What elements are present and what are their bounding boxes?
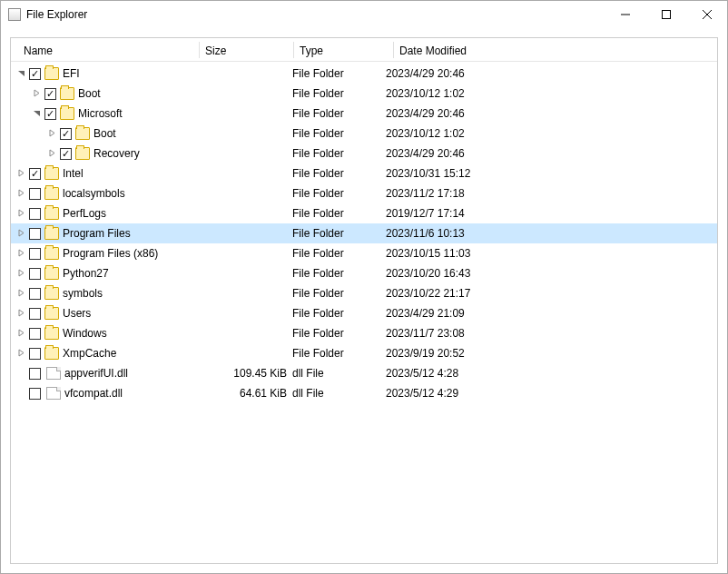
folder-icon (44, 307, 59, 320)
chevron-right-icon[interactable] (15, 249, 27, 259)
column-separator[interactable] (293, 42, 294, 58)
table-row[interactable]: WindowsFile Folder2023/11/7 23:08 (11, 323, 717, 343)
item-name: XmpCache (63, 347, 116, 360)
table-row[interactable]: MicrosoftFile Folder2023/4/29 20:46 (11, 104, 717, 124)
row-checkbox[interactable] (29, 248, 41, 260)
table-row[interactable]: Program Files (x86)File Folder2023/10/15… (11, 243, 717, 263)
table-row[interactable]: Python27File Folder2023/10/20 16:43 (11, 263, 717, 283)
row-checkbox[interactable] (44, 108, 56, 120)
folder-icon (44, 327, 59, 340)
maximize-button[interactable] (645, 1, 686, 28)
chevron-right-icon[interactable] (30, 89, 43, 99)
folder-icon (75, 147, 90, 160)
chevron-down-icon[interactable] (15, 69, 27, 79)
table-row[interactable]: appverifUI.dll109.45 KiBdll File2023/5/1… (11, 363, 717, 383)
chevron-right-icon[interactable] (15, 329, 27, 339)
row-checkbox[interactable] (29, 368, 41, 380)
close-button[interactable] (686, 1, 727, 28)
row-checkbox[interactable] (29, 68, 41, 80)
chevron-right-icon[interactable] (15, 269, 27, 279)
item-date: 2023/10/31 15:12 (386, 167, 717, 180)
column-header-size[interactable]: Size (205, 42, 293, 57)
name-cell: EFI (11, 64, 204, 84)
item-type: File Folder (292, 327, 386, 340)
item-name: Boot (78, 87, 101, 100)
folder-icon (75, 127, 90, 140)
chevron-right-icon[interactable] (15, 309, 27, 319)
column-separator[interactable] (393, 42, 394, 58)
chevron-down-icon[interactable] (30, 109, 43, 119)
item-name: localsymbols (63, 187, 125, 200)
chevron-right-icon[interactable] (15, 349, 27, 359)
name-cell: Boot (11, 124, 204, 144)
folder-icon (44, 347, 59, 360)
chevron-right-icon[interactable] (15, 209, 27, 219)
item-date: 2023/4/29 21:09 (386, 307, 717, 320)
row-checkbox[interactable] (29, 348, 41, 360)
item-name: Program Files (x86) (63, 247, 158, 260)
name-cell: Boot (11, 84, 204, 104)
folder-icon (44, 287, 59, 300)
chevron-right-icon[interactable] (15, 169, 27, 179)
minimize-icon (621, 10, 630, 19)
table-row[interactable]: symbolsFile Folder2023/10/22 21:17 (11, 283, 717, 303)
item-type: File Folder (292, 227, 386, 240)
row-checkbox[interactable] (29, 268, 41, 280)
row-checkbox[interactable] (60, 128, 72, 140)
item-type: File Folder (292, 127, 386, 140)
row-checkbox[interactable] (29, 288, 41, 300)
chevron-right-icon[interactable] (15, 189, 27, 199)
row-checkbox[interactable] (29, 208, 41, 220)
table-row[interactable]: Program FilesFile Folder2023/11/6 10:13 (11, 223, 717, 243)
minimize-button[interactable] (605, 1, 645, 28)
column-header-type[interactable]: Type (300, 42, 393, 57)
row-checkbox[interactable] (60, 148, 72, 160)
file-icon (46, 387, 61, 400)
table-row[interactable]: localsymbolsFile Folder2023/11/2 17:18 (11, 183, 717, 203)
column-header-name[interactable]: Name (11, 42, 199, 57)
row-checkbox[interactable] (29, 228, 41, 240)
name-cell: symbols (11, 283, 204, 303)
item-date: 2023/10/15 11:03 (386, 247, 717, 260)
row-checkbox[interactable] (44, 88, 56, 100)
row-checkbox[interactable] (29, 168, 41, 180)
item-type: File Folder (292, 167, 386, 180)
close-icon (703, 10, 712, 19)
folder-icon (44, 167, 59, 180)
name-cell: Intel (11, 163, 204, 183)
row-checkbox[interactable] (29, 188, 41, 200)
folder-icon (44, 187, 59, 200)
chevron-right-icon[interactable] (15, 289, 27, 299)
row-checkbox[interactable] (29, 328, 41, 340)
table-row[interactable]: BootFile Folder2023/10/12 1:02 (11, 84, 717, 104)
table-row[interactable]: XmpCacheFile Folder2023/9/19 20:52 (11, 343, 717, 363)
chevron-right-icon[interactable] (45, 129, 58, 139)
window-title: File Explorer (26, 8, 605, 21)
table-row[interactable]: PerfLogsFile Folder2019/12/7 17:14 (11, 203, 717, 223)
table-row[interactable]: BootFile Folder2023/10/12 1:02 (11, 124, 717, 144)
item-name: vfcompat.dll (64, 387, 123, 400)
table-row[interactable]: RecoveryFile Folder2023/4/29 20:46 (11, 144, 717, 163)
column-separator[interactable] (199, 42, 200, 58)
name-cell: Windows (11, 323, 204, 343)
item-type: File Folder (292, 187, 386, 200)
row-checkbox[interactable] (29, 308, 41, 320)
table-row[interactable]: vfcompat.dll64.61 KiBdll File2023/5/12 4… (11, 383, 717, 403)
item-date: 2023/5/12 4:29 (386, 387, 717, 400)
folder-icon (44, 247, 59, 260)
chevron-right-icon[interactable] (15, 229, 27, 239)
column-header-date[interactable]: Date Modified (399, 42, 717, 57)
item-size: 109.45 KiB (204, 367, 292, 380)
table-row[interactable]: UsersFile Folder2023/4/29 21:09 (11, 303, 717, 323)
item-type: File Folder (292, 247, 386, 260)
item-type: File Folder (292, 307, 386, 320)
item-name: Intel (63, 167, 84, 180)
name-cell: PerfLogs (11, 203, 204, 223)
row-checkbox[interactable] (29, 388, 41, 400)
table-row[interactable]: EFIFile Folder2023/4/29 20:46 (11, 64, 717, 84)
name-cell: Microsoft (11, 104, 204, 124)
table-row[interactable]: IntelFile Folder2023/10/31 15:12 (11, 163, 717, 183)
item-name: Microsoft (78, 107, 123, 120)
titlebar[interactable]: File Explorer (1, 1, 727, 28)
chevron-right-icon[interactable] (45, 149, 58, 159)
